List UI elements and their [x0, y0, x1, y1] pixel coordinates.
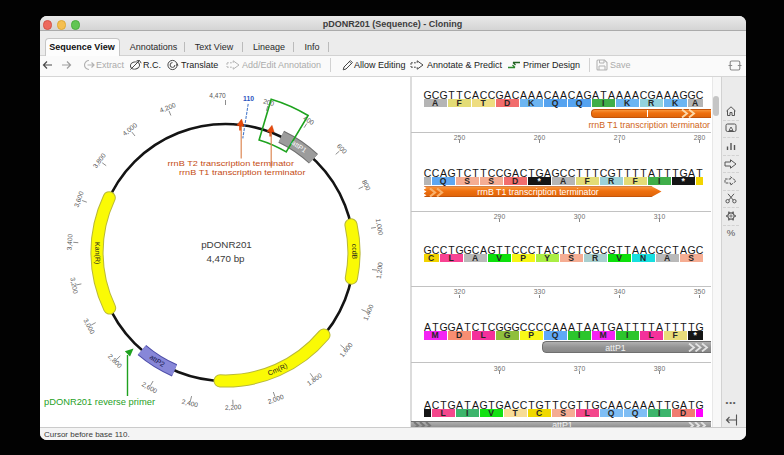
- svg-text:3,000: 3,000: [82, 317, 96, 335]
- svg-text:3,800: 3,800: [92, 152, 108, 170]
- svg-text:2,200: 2,200: [225, 403, 242, 411]
- svg-text:3,600: 3,600: [72, 190, 84, 208]
- svg-text:800: 800: [361, 179, 372, 192]
- svg-text:1,000: 1,000: [375, 218, 385, 236]
- svg-text:pDONR201: pDONR201: [201, 239, 252, 250]
- svg-text:1,200: 1,200: [375, 261, 384, 279]
- svg-text:4,000: 4,000: [121, 121, 139, 137]
- svg-text:rrnB T1 transcription terminat: rrnB T1 transcription terminator: [179, 168, 306, 177]
- svg-text:pDONR201 reverse primer: pDONR201 reverse primer: [44, 398, 155, 407]
- svg-text:3,400: 3,400: [66, 233, 74, 250]
- svg-text:2,000: 2,000: [267, 393, 285, 405]
- svg-text:600: 600: [336, 142, 349, 155]
- svg-text:2,600: 2,600: [141, 380, 159, 394]
- svg-text:ccdB: ccdB: [351, 244, 358, 260]
- svg-text:3,200: 3,200: [69, 277, 79, 295]
- svg-text:110: 110: [243, 95, 254, 102]
- svg-text:Kan(R): Kan(R): [93, 242, 101, 264]
- svg-text:1,600: 1,600: [338, 341, 354, 358]
- svg-text:4,200: 4,200: [159, 101, 177, 114]
- svg-text:2,800: 2,800: [107, 353, 124, 370]
- svg-text:1,800: 1,800: [306, 371, 324, 386]
- svg-text:2,400: 2,400: [181, 398, 199, 409]
- svg-text:4,470 bp: 4,470 bp: [206, 253, 245, 264]
- svg-text:4,470: 4,470: [209, 92, 226, 99]
- svg-text:rrnB T2 transcription terminat: rrnB T2 transcription terminator: [168, 159, 295, 168]
- svg-text:1,400: 1,400: [362, 303, 375, 321]
